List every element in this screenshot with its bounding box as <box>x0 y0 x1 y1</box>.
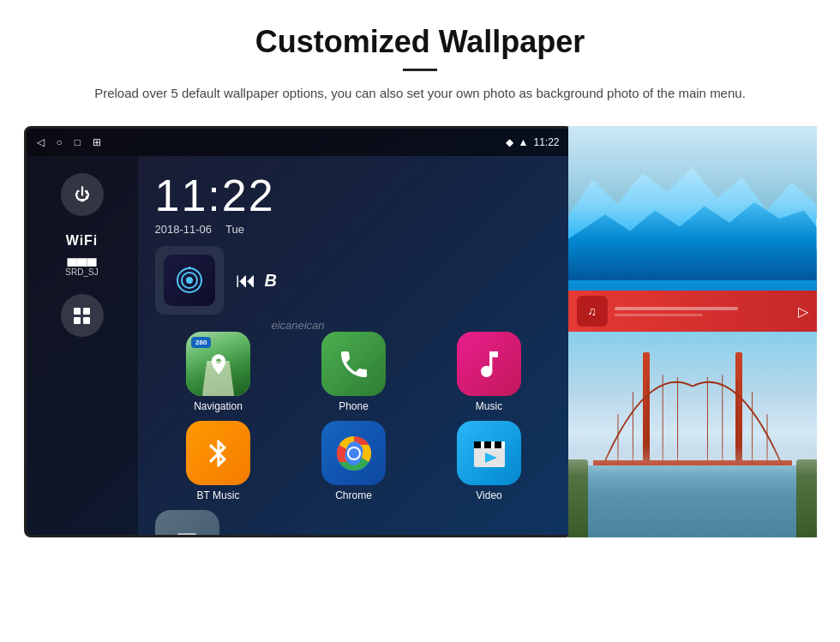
phone-app[interactable]: Phone <box>291 332 417 412</box>
video-label: Video <box>476 489 501 501</box>
music-icon <box>457 332 521 396</box>
home-icon[interactable]: ○ <box>57 136 63 148</box>
clock-day: Tue <box>225 223 244 236</box>
media-widget-bar: ♫ ▷ <box>568 291 817 332</box>
antenna-icon <box>174 265 205 296</box>
svg-rect-12 <box>484 441 491 448</box>
apps-button[interactable] <box>61 294 104 337</box>
wifi-widget: WiFi ▄▄▄ SRD_SJ <box>65 233 98 277</box>
status-right: ◆ ▲ 11:22 <box>506 136 560 148</box>
video-app[interactable]: Video <box>426 421 553 501</box>
bluetooth-svg-icon <box>202 437 235 470</box>
main-section: ◁ ○ □ ⊞ ◆ ▲ 11:22 ⏻ WiFi ▄▄▄ SRD_SJ <box>0 117 840 537</box>
back-icon[interactable]: ◁ <box>37 136 45 148</box>
music-label: Music <box>476 400 502 412</box>
chrome-icon <box>321 421 386 485</box>
wifi-network: SRD_SJ <box>65 267 98 277</box>
carsetting-app[interactable]: CarSetting <box>155 510 219 537</box>
video-icon <box>457 421 521 485</box>
status-left: ◁ ○ □ ⊞ <box>37 136 102 148</box>
phone-frame: ◁ ○ □ ⊞ ◆ ▲ 11:22 ⏻ WiFi ▄▄▄ SRD_SJ <box>24 126 573 537</box>
video-svg-icon <box>471 436 508 471</box>
page-description: Preload over 5 default wallpaper options… <box>51 83 789 104</box>
page-header: Customized Wallpaper Preload over 5 defa… <box>0 0 840 117</box>
clock-area: 11:22 2018-11-06 Tue <box>138 156 570 246</box>
wifi-status-icon: ▲ <box>519 136 529 148</box>
music-svg-icon <box>472 347 507 381</box>
nav-app[interactable]: 280 Navigation <box>155 332 282 412</box>
carsetting-partial: CarSetting <box>138 510 570 537</box>
wifi-signal: ▄▄▄ <box>65 250 98 266</box>
antenna-widget <box>155 246 224 315</box>
bt-app[interactable]: BT Music <box>155 421 282 501</box>
svg-point-2 <box>186 277 193 284</box>
widget-row: ⏮ B <box>138 246 570 323</box>
chrome-svg-icon <box>334 434 374 473</box>
prev-track-button[interactable]: ⏮ <box>236 268 256 292</box>
app-grid: 280 Navigation <box>138 323 570 510</box>
status-bar: ◁ ○ □ ⊞ ◆ ▲ 11:22 <box>27 129 570 156</box>
clock-time: 11:22 <box>155 170 553 221</box>
phone-label: Phone <box>339 400 369 412</box>
phone-body: ⏻ WiFi ▄▄▄ SRD_SJ 11:22 2 <box>27 156 570 537</box>
media-controls: ⏮ B <box>236 268 277 292</box>
clock-date: 2018-11-06 Tue <box>155 223 553 236</box>
nav-pointer-icon <box>207 352 231 376</box>
chrome-app[interactable]: Chrome <box>291 421 417 501</box>
chrome-label: Chrome <box>335 489 372 501</box>
screenshot-icon[interactable]: ⊞ <box>93 136 101 148</box>
glacier-wallpaper: ♫ ▷ <box>568 126 817 332</box>
status-time: 11:22 <box>533 136 559 148</box>
location-icon: ◆ <box>506 136 513 148</box>
music-app[interactable]: Music <box>426 332 553 412</box>
recent-icon[interactable]: □ <box>75 136 81 148</box>
svg-rect-11 <box>474 441 481 448</box>
bluetooth-indicator: B <box>265 271 277 291</box>
title-divider <box>403 69 437 71</box>
wifi-label: WiFi <box>65 233 98 249</box>
svg-point-7 <box>349 448 359 459</box>
svg-rect-13 <box>495 441 501 448</box>
page-title: Customized Wallpaper <box>51 24 789 60</box>
bt-icon <box>186 421 250 485</box>
phone-svg-icon <box>337 347 371 381</box>
nav-label: Navigation <box>194 400 243 412</box>
carsetting-icon <box>155 510 219 537</box>
clock-date-value: 2018-11-06 <box>155 223 213 236</box>
grid-icon <box>74 308 90 324</box>
phone-main: 11:22 2018-11-06 Tue <box>138 156 570 537</box>
carsetting-svg <box>171 526 203 538</box>
nav-icon: 280 <box>186 332 250 396</box>
phone-sidebar: ⏻ WiFi ▄▄▄ SRD_SJ <box>27 156 138 537</box>
phone-icon <box>321 332 386 396</box>
wallpaper-previews: ♫ ▷ <box>568 126 817 537</box>
bt-label: BT Music <box>197 489 240 501</box>
power-button[interactable]: ⏻ <box>61 173 104 216</box>
bridge-wallpaper <box>568 332 817 537</box>
